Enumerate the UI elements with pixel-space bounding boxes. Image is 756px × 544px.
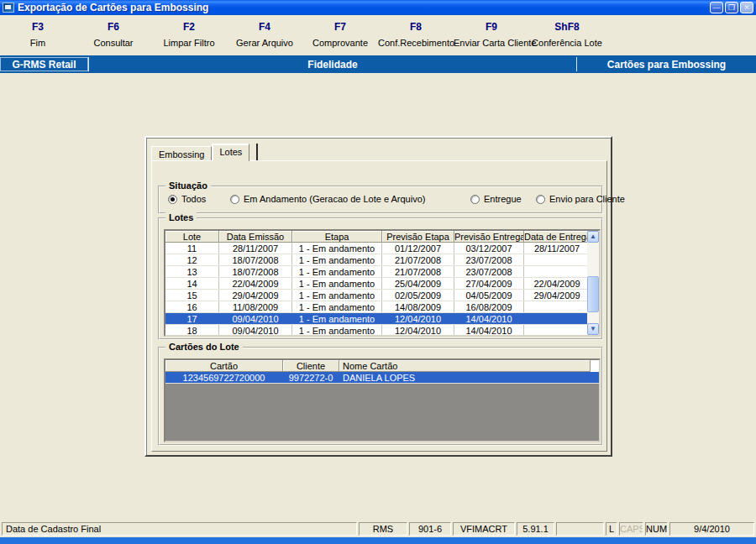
lotes-row[interactable]: 1422/04/20091 - Em andamento25/04/200927…: [165, 278, 587, 290]
lotes-grid: LoteData EmissãoEtapaPrevisão EtapaPrevi…: [164, 229, 601, 337]
content-panel: EmbossingLotes Situação TodosEm Andament…: [144, 136, 612, 457]
tab-embossing[interactable]: Embossing: [151, 146, 212, 161]
radio-label: Em Andamento (Geracao de Lote e Arquivo): [244, 194, 425, 204]
banner-module: Fidelidade: [89, 59, 576, 71]
toolbar-button-f6[interactable]: F6Consultar: [76, 21, 151, 54]
lotes-row[interactable]: 1218/07/20081 - Em andamento21/07/200823…: [165, 254, 587, 266]
lotes-cell: 21/07/2008: [382, 266, 454, 277]
lotes-cell: 1 - Em andamento: [292, 243, 382, 254]
lotes-cell: 04/05/2009: [454, 290, 524, 301]
cartoes-empty-area: [165, 384, 599, 441]
tab-lotes[interactable]: Lotes: [212, 144, 249, 161]
toolbar-action-label: Consultar: [76, 38, 151, 48]
toolbar-button-f3[interactable]: F3Fim: [0, 21, 76, 54]
lotes-cell: 14: [165, 278, 219, 289]
module-banner: G-RMS Retail Fidelidade Cartões para Emb…: [0, 55, 756, 73]
toolbar-button-f9[interactable]: F9Enviar Carta Cliente: [454, 21, 529, 54]
toolbar-action-label: Gerar Arquivo: [227, 38, 302, 48]
situacao-radio-group: TodosEm Andamento (Geracao de Lote e Arq…: [160, 194, 601, 207]
minimize-button[interactable]: —: [710, 2, 723, 13]
close-button[interactable]: ✕: [740, 2, 753, 13]
scroll-up-icon[interactable]: ▲: [587, 231, 599, 243]
toolbar-key-label: F8: [378, 21, 454, 33]
groupbox-situacao-caption: Situação: [165, 180, 211, 191]
cartoes-row[interactable]: 12345697227200009972272-0DANIELA LOPES: [165, 372, 599, 384]
lotes-row[interactable]: 1709/04/20101 - Em andamento12/04/201014…: [165, 313, 587, 325]
toolbar-key-label: F9: [454, 21, 529, 33]
toolbar-action-label: Limpar Filtro: [151, 38, 227, 48]
lotes-scrollbar[interactable]: ▲ ▼: [587, 231, 599, 335]
title-bar: Exportação de Cartões para Embossing — ❐…: [0, 0, 756, 15]
lotes-cell: 22/04/2009: [219, 278, 292, 289]
radio-envio[interactable]: Envio para Cliente: [536, 194, 625, 204]
lotes-row[interactable]: 1128/11/20071 - Em andamento01/12/200703…: [165, 243, 587, 254]
lotes-cell: 03/12/2007: [454, 243, 524, 254]
lotes-cell: [524, 325, 587, 335]
radio-label: Entregue: [484, 194, 522, 204]
lotes-header-3[interactable]: Etapa: [292, 231, 382, 243]
lotes-header-1[interactable]: Lote: [165, 231, 219, 243]
toolbar-key-label: F6: [76, 21, 151, 33]
lotes-cell: 1 - Em andamento: [292, 254, 382, 265]
toolbar-button-f7[interactable]: F7Comprovante: [302, 21, 378, 54]
lotes-row[interactable]: 1611/08/20091 - Em andamento14/08/200916…: [165, 301, 587, 313]
status-cell-9016: 901-6: [409, 522, 451, 536]
lotes-cell: 13: [165, 266, 219, 277]
cartoes-cell: 1234569722720000: [165, 372, 283, 383]
toolbar-button-f2[interactable]: F2Limpar Filtro: [151, 21, 227, 54]
status-cell-vfimacrt: VFIMACRT: [453, 522, 515, 536]
lotes-cell: 16: [165, 301, 219, 312]
radio-todos[interactable]: Todos: [168, 194, 206, 204]
radio-circle-icon: [168, 195, 177, 204]
lotes-header-4[interactable]: Previsão Etapa: [382, 231, 454, 243]
scroll-down-icon[interactable]: ▼: [587, 323, 599, 335]
cartoes-cell: DANIELA LOPES: [339, 372, 591, 383]
lotes-header-2[interactable]: Data Emissão: [219, 231, 292, 243]
lotes-cell: 22/04/2009: [524, 278, 587, 289]
toolbar-key-label: F3: [0, 21, 76, 33]
radio-em[interactable]: Em Andamento (Geracao de Lote e Arquivo): [230, 194, 425, 204]
status-cell-num: NUM: [645, 522, 668, 536]
lotes-cell: 14/08/2009: [382, 301, 454, 312]
lotes-cell: 09/04/2010: [219, 325, 292, 335]
toolbar-action-label: Enviar Carta Cliente: [454, 38, 529, 48]
lotes-cell: 18/07/2008: [219, 254, 292, 265]
status-bar: Data de Cadastro Final RMS901-6VFIMACRT5…: [0, 520, 756, 537]
toolbar-key-label: F4: [227, 21, 302, 33]
status-cell-caps: CAPS: [619, 522, 643, 536]
lotes-row[interactable]: 1318/07/20081 - Em andamento21/07/200823…: [165, 266, 587, 278]
radio-circle-icon: [230, 195, 239, 204]
scroll-thumb[interactable]: [587, 276, 599, 311]
cartoes-header-2[interactable]: Cliente: [283, 360, 339, 372]
lotes-cell: 1 - Em andamento: [292, 290, 382, 301]
main-area: EmbossingLotes Situação TodosEm Andament…: [0, 73, 756, 520]
lotes-cell: [524, 313, 587, 324]
status-cell-942010: 9/4/2010: [669, 522, 754, 536]
lotes-grid-body: LoteData EmissãoEtapaPrevisão EtapaPrevi…: [165, 231, 587, 335]
lotes-cell: 18: [165, 325, 219, 335]
banner-screen: Cartões para Embossing: [577, 59, 756, 71]
lotes-cell: [524, 254, 587, 265]
toolbar-key-label: F2: [151, 21, 227, 33]
restore-button[interactable]: ❐: [725, 2, 738, 13]
cartoes-header-3[interactable]: Nome Cartão: [339, 360, 591, 372]
cartoes-header-1[interactable]: Cartão: [165, 360, 283, 372]
lotes-cell: 1 - Em andamento: [292, 301, 382, 312]
toolbar-button-f4[interactable]: F4Gerar Arquivo: [227, 21, 302, 54]
lotes-header-6[interactable]: Data de Entrega: [524, 231, 587, 243]
radio-entregue[interactable]: Entregue: [470, 194, 522, 204]
lotes-cell: 27/04/2009: [454, 278, 524, 289]
lotes-row[interactable]: 1809/04/20101 - Em andamento12/04/201014…: [165, 325, 587, 335]
lotes-header-5[interactable]: Previsão Entrega: [454, 231, 524, 243]
lotes-cell: 1 - Em andamento: [292, 266, 382, 277]
radio-circle-icon: [536, 195, 545, 204]
cartoes-header-row: CartãoClienteNome Cartão: [165, 360, 599, 372]
scroll-track[interactable]: [587, 243, 599, 323]
toolbar-action-label: Fim: [0, 38, 76, 48]
toolbar-button-shf8[interactable]: ShF8Conferência Lote: [529, 21, 605, 54]
status-cell-rms: RMS: [359, 522, 407, 536]
lotes-row[interactable]: 1529/04/20091 - Em andamento02/05/200904…: [165, 290, 587, 301]
toolbar-button-f8[interactable]: F8Conf.Recebimento: [378, 21, 454, 54]
radio-circle-icon: [470, 195, 480, 204]
lotes-cell: 1 - Em andamento: [292, 325, 382, 335]
